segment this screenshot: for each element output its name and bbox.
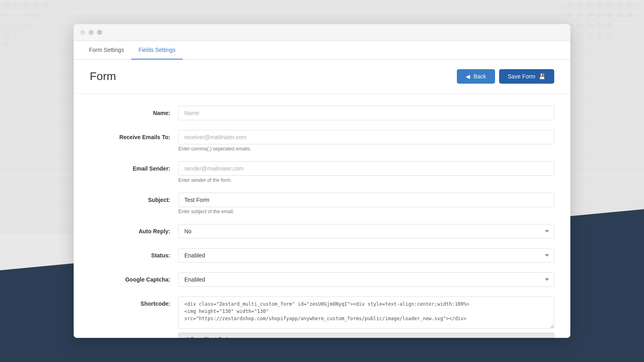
svg-marker-1 [578, 2, 584, 8]
svg-marker-34 [14, 22, 20, 28]
control-wrap-email-sender: Enter sender of the form. [178, 161, 554, 183]
input-receive-emails[interactable] [178, 130, 554, 144]
form-row-receive-emails: Receive Emails To: Enter comma(,) sepera… [90, 130, 554, 152]
form-row-shortcode: Shortcode: ✔ Copy Short Code [90, 296, 554, 338]
control-wrap-shortcode: ✔ Copy Short Code [178, 296, 554, 338]
tab-form-settings[interactable]: Form Settings [82, 41, 131, 60]
svg-marker-27 [34, 2, 40, 8]
control-wrap-name [178, 106, 554, 120]
back-button[interactable]: ◀ Back [457, 69, 495, 84]
page-title: Form [90, 70, 116, 83]
input-email-sender[interactable] [178, 161, 554, 176]
svg-marker-5 [618, 2, 624, 8]
header-buttons: ◀ Back Save Form 💾 [457, 69, 554, 84]
svg-marker-21 [588, 32, 594, 38]
svg-marker-6 [628, 2, 634, 8]
control-wrap-google-captcha: Enabled Disabled [178, 272, 554, 287]
label-name: Name: [90, 106, 178, 116]
control-wrap-subject: Enter subject of the email. [178, 193, 554, 214]
traffic-lights [80, 30, 102, 35]
content-area: Form ◀ Back Save Form 💾 Name: [74, 60, 570, 338]
copy-shortcode-button[interactable]: ✔ Copy Short Code [178, 333, 554, 338]
label-subject: Subject: [90, 193, 178, 203]
svg-marker-7 [568, 12, 574, 18]
select-google-captcha[interactable]: Enabled Disabled [178, 272, 554, 287]
svg-marker-8 [578, 12, 584, 18]
svg-marker-24 [4, 2, 10, 8]
svg-marker-32 [34, 12, 40, 18]
svg-marker-13 [628, 12, 634, 18]
save-icon: 💾 [539, 73, 545, 80]
svg-marker-28 [44, 2, 50, 8]
form-row-name: Name: [90, 106, 554, 120]
label-status: Status: [90, 248, 178, 259]
back-label: Back [473, 73, 486, 80]
deco-triangles-left [0, 0, 80, 233]
form-row-subject: Subject: Enter subject of the email. [90, 193, 554, 214]
svg-marker-33 [4, 22, 10, 28]
form-row-google-captcha: Google Captcha: Enabled Disabled [90, 272, 554, 287]
tab-bar: Form Settings Fields Settings [74, 41, 570, 60]
svg-marker-3 [598, 2, 604, 8]
svg-marker-26 [24, 2, 30, 8]
textarea-shortcode[interactable] [178, 296, 554, 329]
traffic-light-minimize[interactable] [89, 30, 94, 35]
save-label: Save Form [508, 73, 535, 80]
svg-marker-30 [14, 12, 20, 18]
label-google-captcha: Google Captcha: [90, 272, 178, 283]
svg-marker-11 [608, 12, 614, 18]
form-body: Name: Receive Emails To: Enter comma(,) … [74, 94, 570, 338]
deco-triangles-right [564, 0, 644, 161]
svg-marker-17 [598, 22, 604, 28]
hint-subject: Enter subject of the email. [178, 209, 554, 214]
svg-marker-0 [568, 2, 574, 8]
svg-marker-29 [4, 12, 10, 18]
traffic-light-maximize[interactable] [97, 30, 102, 35]
svg-marker-22 [598, 32, 604, 38]
form-row-email-sender: Email Sender: Enter sender of the form. [90, 161, 554, 183]
hint-receive-emails: Enter comma(,) seperated emails. [178, 146, 554, 152]
control-wrap-status: Enabled Disabled [178, 248, 554, 263]
svg-marker-35 [24, 22, 30, 28]
save-form-button[interactable]: Save Form 💾 [499, 69, 554, 84]
title-bar [74, 24, 570, 41]
input-name[interactable] [178, 106, 554, 120]
svg-marker-12 [618, 12, 624, 18]
label-email-sender: Email Sender: [90, 161, 178, 172]
svg-marker-9 [588, 12, 594, 18]
select-auto-reply[interactable]: No Yes [178, 224, 554, 239]
svg-marker-23 [608, 32, 614, 38]
svg-marker-16 [588, 22, 594, 28]
select-status[interactable]: Enabled Disabled [178, 248, 554, 263]
label-shortcode: Shortcode: [90, 296, 178, 307]
tab-fields-settings[interactable]: Fields Settings [131, 41, 183, 60]
form-row-status: Status: Enabled Disabled [90, 248, 554, 263]
form-row-auto-reply: Auto Reply: No Yes [90, 224, 554, 239]
form-header: Form ◀ Back Save Form 💾 [74, 60, 570, 94]
hint-email-sender: Enter sender of the form. [178, 177, 554, 183]
input-subject[interactable] [178, 193, 554, 207]
back-icon: ◀ [466, 73, 470, 80]
label-auto-reply: Auto Reply: [90, 224, 178, 234]
svg-marker-2 [588, 2, 594, 8]
label-receive-emails: Receive Emails To: [90, 130, 178, 140]
svg-marker-25 [14, 2, 20, 8]
svg-marker-31 [24, 12, 30, 18]
svg-marker-10 [598, 12, 604, 18]
control-wrap-auto-reply: No Yes [178, 224, 554, 239]
svg-marker-20 [578, 32, 584, 38]
svg-marker-18 [608, 22, 614, 28]
control-wrap-receive-emails: Enter comma(,) seperated emails. [178, 130, 554, 152]
svg-marker-37 [14, 32, 20, 38]
svg-marker-4 [608, 2, 614, 8]
svg-marker-38 [4, 42, 10, 48]
svg-marker-36 [4, 32, 10, 38]
svg-marker-15 [578, 22, 584, 28]
traffic-light-close[interactable] [80, 30, 85, 35]
app-window: Form Settings Fields Settings Form ◀ Bac… [74, 24, 570, 338]
